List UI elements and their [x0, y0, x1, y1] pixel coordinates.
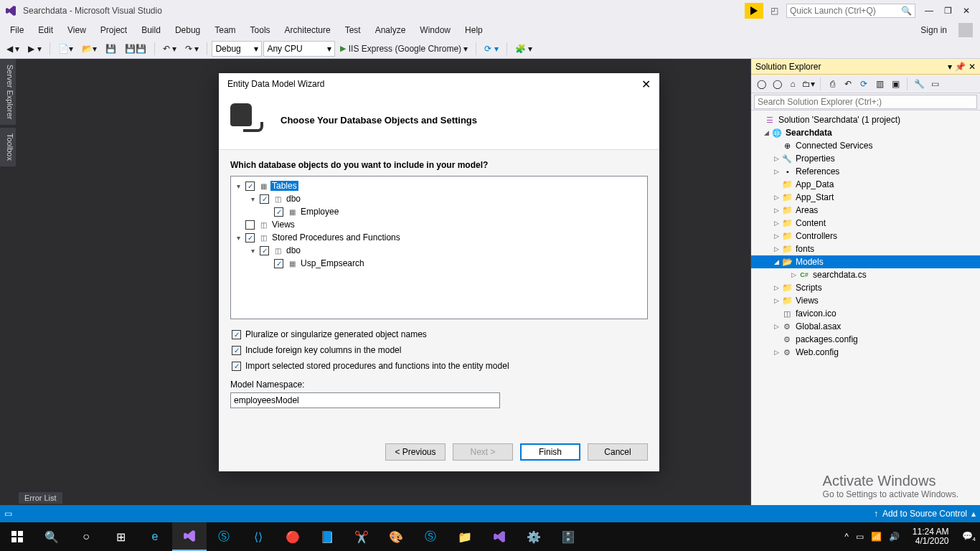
fk-checkbox[interactable] [232, 346, 241, 355]
menu-project[interactable]: Project [93, 23, 134, 37]
add-source-control[interactable]: Add to Source Control [882, 509, 967, 519]
views-node[interactable]: Views [796, 296, 819, 306]
back-icon[interactable]: ◯ [754, 77, 768, 91]
fwd-icon[interactable]: ◯ [770, 77, 784, 91]
skype2-button[interactable]: Ⓢ [413, 522, 448, 551]
expander-icon[interactable]: ▷ [771, 323, 781, 330]
preview-icon[interactable]: ▣ [888, 77, 903, 91]
sprocs-node[interactable]: Stored Procedures and Functions [270, 232, 402, 242]
packages-node[interactable]: packages.config [796, 334, 858, 344]
close-pane-icon[interactable]: ✕ [969, 62, 976, 72]
connected-services-node[interactable]: Connected Services [796, 141, 872, 151]
expander-icon[interactable]: ▷ [771, 232, 781, 240]
usp-checkbox[interactable] [274, 259, 283, 268]
collapse-icon[interactable]: ↶ [841, 77, 855, 91]
action-center-icon[interactable]: 💬4 [962, 531, 976, 542]
expander-icon[interactable]: ▷ [771, 297, 781, 304]
publish-up-icon[interactable]: ↑ [874, 509, 878, 519]
ssms-button[interactable]: 🗄️ [551, 522, 585, 551]
cancel-button[interactable]: Cancel [588, 443, 648, 461]
expander-icon[interactable]: ▾ [232, 234, 244, 242]
webconfig-node[interactable]: Web.config [796, 347, 839, 357]
appstart-node[interactable]: App_Start [796, 192, 834, 202]
toolbox-tab[interactable]: Toolbox [0, 128, 16, 166]
menu-edit[interactable]: Edit [31, 23, 60, 37]
expander-icon[interactable]: ▷ [771, 245, 781, 253]
menu-tools[interactable]: Tools [243, 23, 278, 37]
sign-in-link[interactable]: Sign in [913, 23, 954, 37]
skype-button[interactable]: Ⓢ [207, 522, 241, 551]
expander-icon[interactable]: ▾ [232, 182, 244, 190]
dialog-close-button[interactable]: ✕ [641, 77, 651, 91]
favicon-node[interactable]: favicon.ico [796, 309, 837, 319]
project-node[interactable]: Searchdata [786, 128, 832, 138]
tables-checkbox[interactable] [245, 182, 255, 191]
sprocs-checkbox[interactable] [245, 233, 255, 242]
sticky-button[interactable]: 📘 [310, 522, 344, 551]
menu-view[interactable]: View [60, 23, 93, 37]
settings-button[interactable]: ⚙️ [517, 522, 551, 551]
global-node[interactable]: Global.asax [796, 321, 841, 331]
expander-icon[interactable]: ◢ [771, 258, 781, 265]
error-list-tab[interactable]: Error List [19, 492, 62, 504]
solution-tree[interactable]: Solution 'Searchdata' (1 project) ◢Searc… [751, 110, 980, 505]
expander-icon[interactable]: ▷ [771, 349, 781, 356]
properties-node[interactable]: Properties [796, 154, 835, 164]
user-avatar-icon[interactable] [958, 23, 973, 37]
expander-icon[interactable]: ◢ [761, 129, 771, 136]
server-explorer-tab[interactable]: Server Explorer [0, 59, 16, 125]
menu-file[interactable]: File [3, 23, 31, 37]
save-all-button[interactable]: 💾💾 [121, 41, 150, 57]
employee-checkbox[interactable] [274, 207, 283, 217]
expander-icon[interactable]: ▾ [247, 195, 258, 203]
platform-combo[interactable]: Any CPU▾ [263, 41, 335, 57]
pin-icon[interactable]: 📌 [955, 62, 966, 72]
previous-button[interactable]: < Previous [385, 443, 446, 461]
menu-help[interactable]: Help [458, 23, 490, 37]
menu-build[interactable]: Build [134, 23, 168, 37]
search-button[interactable]: 🔍 [34, 522, 69, 551]
new-project-button[interactable]: 📄▾ [55, 41, 77, 57]
menu-architecture[interactable]: Architecture [278, 23, 338, 37]
expander-icon[interactable]: ▷ [788, 271, 798, 278]
import-checkbox[interactable] [232, 362, 241, 371]
models-node-row[interactable]: ◢Models [751, 255, 980, 268]
window-position-icon[interactable]: ▾ [948, 62, 952, 72]
feedback-flag-icon[interactable] [745, 3, 763, 19]
open-file-button[interactable]: 📂▾ [78, 41, 100, 57]
menu-debug[interactable]: Debug [168, 23, 207, 37]
refresh-icon[interactable]: ⟳ [857, 77, 871, 91]
references-node[interactable]: References [796, 166, 839, 176]
searchdata-cs-node[interactable]: searchdata.cs [813, 270, 867, 280]
pending-icon[interactable]: ⎙ [825, 77, 839, 91]
save-button[interactable]: 💾 [102, 41, 120, 57]
controllers-node[interactable]: Controllers [796, 231, 837, 241]
tray-overflow-icon[interactable]: ^ [844, 532, 849, 542]
dbo2-node[interactable]: dbo [285, 245, 302, 255]
menu-window[interactable]: Window [413, 23, 458, 37]
minimize-button[interactable]: — [920, 3, 938, 19]
view-icon[interactable]: ▭ [928, 77, 942, 91]
dbo2-checkbox[interactable] [260, 246, 269, 255]
wifi-icon[interactable]: 📶 [871, 532, 882, 542]
notifications-icon[interactable]: ◰ [766, 3, 782, 19]
task-view-button[interactable]: ⊞ [103, 522, 138, 551]
nav-fwd-button[interactable]: ▶ ▾ [24, 41, 44, 57]
restore-button[interactable]: ❐ [938, 3, 957, 19]
edge-button[interactable]: e [138, 522, 172, 551]
menu-test[interactable]: Test [338, 23, 368, 37]
vs2-button[interactable] [482, 522, 517, 551]
browser-link-refresh-button[interactable]: ⟳ ▾ [481, 41, 501, 57]
views-checkbox[interactable] [245, 220, 255, 230]
expander-icon[interactable]: ▷ [771, 284, 781, 291]
dbo-node[interactable]: dbo [285, 194, 302, 204]
close-button[interactable]: ✕ [957, 3, 976, 19]
finish-button[interactable]: Finish [520, 443, 580, 461]
models-node[interactable]: Models [796, 257, 824, 267]
expander-icon[interactable]: ▷ [771, 220, 781, 227]
properties-icon[interactable]: 🔧 [912, 77, 926, 91]
dbo-checkbox[interactable] [260, 194, 269, 204]
employee-node[interactable]: Employee [299, 207, 340, 217]
start-button[interactable] [0, 522, 34, 551]
scripts-node[interactable]: Scripts [796, 283, 822, 293]
